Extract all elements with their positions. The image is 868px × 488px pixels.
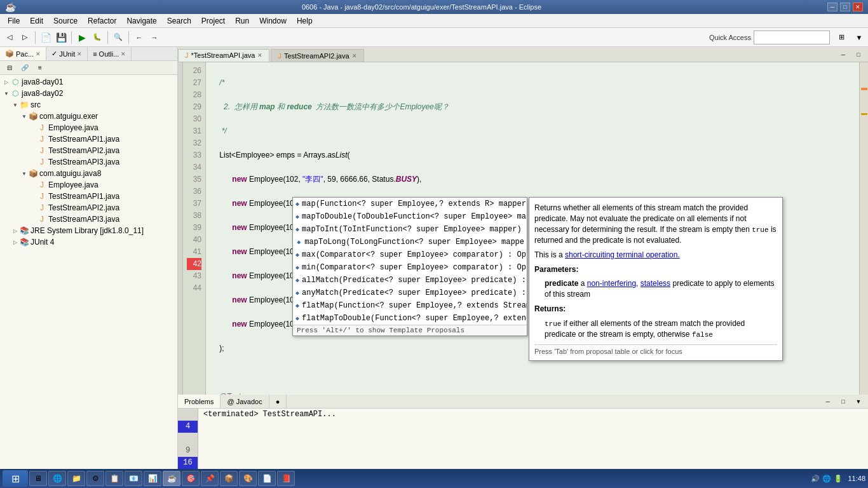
toolbar-next[interactable]: → (147, 30, 161, 44)
toolbar-perspectives[interactable]: ⊞ (832, 30, 850, 44)
javadoc-link-noninterfering[interactable]: non-interfering (587, 279, 636, 288)
bottom-panel-min[interactable]: ─ (821, 395, 835, 409)
ac-item-anymatch[interactable]: ◆ anyMatch(Predicate<? super Employee> p… (293, 287, 527, 299)
taskbar-btn-10[interactable]: 📌 (201, 471, 219, 486)
tree-arrow-junit4[interactable]: ▷ (11, 240, 19, 245)
tab1-close[interactable]: ✕ (257, 52, 262, 58)
quick-access-input[interactable] (754, 30, 830, 44)
tree-arrow-day02[interactable]: ▼ (3, 91, 10, 97)
tab-console[interactable]: ● (269, 395, 287, 408)
ac-item-flatmaptodouble[interactable]: ◆ flatMapToDouble(Function<? super Emplo… (293, 312, 527, 325)
ac-item-maptoint[interactable]: ◆ mapToInt(ToIntFunction<? super Employe… (293, 223, 527, 236)
editor-tab-teststream[interactable]: J *TestStreamAPI.java ✕ (178, 49, 269, 62)
panel-collapse[interactable]: ⊟ (3, 61, 17, 75)
toolbar-search[interactable]: 🔍 (111, 30, 125, 44)
tab-javadoc[interactable]: @ Javadoc (220, 395, 269, 408)
menu-run[interactable]: Run (230, 14, 254, 27)
ac-item-max[interactable]: ◆ max(Comparator<? super Employee> compa… (293, 248, 527, 261)
ac-item-allmatch[interactable]: ◆ allMatch(Predicate<? super Employee> p… (293, 274, 527, 287)
tree-item-employee-java8[interactable]: J Employee.java (0, 179, 177, 191)
javadoc-link-terminal[interactable]: short-circuiting terminal operation. (565, 250, 680, 259)
tree-label-teststream3-exer: TestStreamAPI3.java (48, 158, 119, 166)
tree-item-teststream2-java8[interactable]: J TestStreamAPI2.java (0, 202, 177, 214)
ac-item-maptolong[interactable]: ◆ mapToLong(ToLongFunction<? super Emplo… (293, 236, 527, 248)
tree-item-teststream3-exer[interactable]: J TestStreamAPI3.java (0, 156, 177, 168)
taskbar-btn-14[interactable]: 📕 (277, 471, 295, 486)
tree-item-src[interactable]: ▼ 📁 src (0, 99, 177, 111)
toolbar-view-menu[interactable]: ▼ (853, 30, 865, 44)
tree-item-teststream3-java8[interactable]: J TestStreamAPI3.java (0, 214, 177, 225)
menu-window[interactable]: Window (254, 14, 292, 27)
menu-project[interactable]: Project (196, 14, 230, 27)
tab-outline-close[interactable]: ✕ (121, 51, 126, 57)
menu-refactor[interactable]: Refactor (83, 14, 121, 27)
ac-item-min[interactable]: ◆ min(Comparator<? super Employee> compa… (293, 261, 527, 274)
tree-item-day02[interactable]: ▼ ⬡ java8-day02 (0, 88, 177, 99)
taskbar-btn-2[interactable]: 🌐 (48, 471, 66, 486)
tree-item-jre[interactable]: ▷ 📚 JRE System Library [jdk1.8.0_11] (0, 225, 177, 236)
tree-item-pkg-java8[interactable]: ▼ 📦 com.atguigu.java8 (0, 168, 177, 179)
tree-item-pkg-exer[interactable]: ▼ 📦 com.atguigu.exer (0, 111, 177, 122)
ac-item-maptodouble[interactable]: ◆ mapToDouble(ToDoubleFunction<? super E… (293, 210, 527, 223)
javadoc-link-stateless[interactable]: stateless (641, 279, 670, 288)
taskbar-btn-4[interactable]: ⚙ (86, 471, 104, 486)
toolbar-debug[interactable]: 🐛 (90, 30, 104, 44)
bottom-panel-max[interactable]: □ (836, 395, 850, 409)
maximize-button[interactable]: □ (840, 3, 850, 11)
tree-arrow-pkg-java8[interactable]: ▼ (20, 171, 28, 177)
ac-item-map[interactable]: ◆ map(Function<? super Employee,? extend… (293, 198, 527, 210)
taskbar-btn-6[interactable]: 📧 (125, 471, 142, 486)
tab2-close[interactable]: ✕ (352, 53, 357, 59)
taskbar-btn-8[interactable]: ☕ (163, 471, 180, 486)
tree-item-teststream1-java8[interactable]: J TestStreamAPI1.java (0, 191, 177, 202)
ac-item-flatmap[interactable]: ◆ flatMap(Function<? super Employee,? ex… (293, 299, 527, 312)
editor-min-button[interactable]: ─ (836, 48, 850, 62)
tree-arrow-jre[interactable]: ▷ (11, 228, 19, 234)
panel-menu[interactable]: ≡ (33, 61, 47, 75)
minimize-button[interactable]: ─ (827, 3, 837, 11)
toolbar-save[interactable]: 💾 (54, 30, 68, 44)
toolbar-forward[interactable]: ▷ (18, 30, 32, 44)
menu-navigate[interactable]: Navigate (121, 14, 161, 27)
tab-problems[interactable]: Problems (178, 395, 220, 408)
toolbar-new[interactable]: 📄 (39, 30, 53, 44)
tab-outline[interactable]: ≡ Outli... ✕ (88, 47, 132, 60)
tree-item-employee-exer[interactable]: J Employee.java (0, 122, 177, 133)
taskbar-btn-3[interactable]: 📁 (67, 471, 85, 486)
start-button[interactable]: ⊞ (3, 470, 28, 487)
taskbar-btn-12[interactable]: 🎨 (239, 471, 257, 486)
taskbar-btn-13[interactable]: 📄 (258, 471, 276, 486)
menu-search[interactable]: Search (162, 14, 196, 27)
menu-edit[interactable]: Edit (25, 14, 48, 27)
toolbar-run[interactable]: ▶ (75, 30, 89, 44)
taskbar-btn-11[interactable]: 📦 (220, 471, 238, 486)
close-button[interactable]: ✕ (853, 3, 863, 11)
menu-file[interactable]: File (3, 14, 25, 27)
editor-tab-teststream2[interactable]: J TestStreamAPI2.java ✕ (271, 49, 363, 62)
console-ln-9: 9 (186, 446, 190, 455)
tree-arrow-pkg-exer[interactable]: ▼ (20, 114, 28, 119)
tab-pac-close[interactable]: ✕ (36, 51, 41, 57)
bottom-panel-menu[interactable]: ▼ (851, 395, 865, 409)
tree-arrow-day01[interactable]: ▷ (3, 79, 10, 85)
tree-item-day01[interactable]: ▷ ⬡ java8-day01 (0, 76, 177, 88)
taskbar-btn-9[interactable]: 🎯 (182, 471, 200, 486)
tree-item-teststream2-exer[interactable]: J TestStreamAPI2.java (0, 145, 177, 156)
toolbar-back[interactable]: ◁ (3, 30, 17, 44)
editor-max-button[interactable]: □ (851, 48, 865, 62)
tab-package-explorer[interactable]: 📦 Pac... ✕ (0, 47, 46, 60)
taskbar-btn-5[interactable]: 📋 (105, 471, 123, 486)
taskbar-btn-1[interactable]: 🖥 (29, 471, 47, 486)
tree-arrow-src[interactable]: ▼ (11, 102, 19, 108)
tree-item-junit4[interactable]: ▷ 📚 JUnit 4 (0, 236, 177, 248)
java-icon-5: J (37, 180, 47, 190)
tree-item-teststream1-exer[interactable]: J TestStreamAPI1.java (0, 133, 177, 145)
toolbar-prev[interactable]: ← (132, 30, 146, 44)
taskbar-btn-7[interactable]: 📊 (144, 471, 161, 486)
tab-junit-close[interactable]: ✕ (77, 51, 82, 57)
menu-help[interactable]: Help (292, 14, 318, 27)
panel-link[interactable]: 🔗 (18, 61, 32, 75)
javadoc-second-para: This is a short-circuiting terminal oper… (534, 250, 777, 261)
menu-source[interactable]: Source (48, 14, 83, 27)
tab-junit[interactable]: ✓ JUnit ✕ (46, 47, 88, 60)
